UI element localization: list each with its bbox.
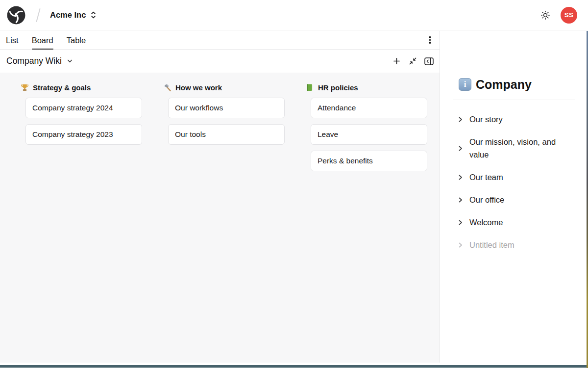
content-area: List Board Table Company Wiki	[0, 31, 588, 363]
column-header: HR policies	[306, 83, 427, 92]
tab-label: Table	[67, 36, 86, 45]
column-header: Strategy & goals	[21, 83, 142, 92]
list-item-welcome[interactable]: Welcome	[440, 211, 588, 234]
hammer-icon	[163, 83, 172, 92]
workspace-logo[interactable]	[7, 6, 25, 25]
green-book-icon	[306, 83, 314, 92]
collapse-icon	[409, 57, 417, 65]
trophy-icon	[21, 83, 29, 92]
card-title: Leave	[318, 130, 338, 139]
panel-right-icon	[424, 57, 434, 65]
card-title: Attendance	[318, 104, 356, 112]
list-item-label: Our mission, vision, and value	[469, 135, 575, 161]
card-title: Our tools	[175, 130, 206, 139]
column-header: How we work	[163, 83, 285, 92]
info-icon: i	[459, 78, 471, 91]
workspace-name: Acme Inc	[50, 10, 86, 20]
board-column-hr-policies: HR policies Attendance Leave Perks & ben…	[311, 83, 427, 363]
list-item-our-team[interactable]: Our team	[440, 166, 588, 188]
toolbar-actions	[390, 54, 436, 68]
list-item-our-mission[interactable]: Our mission, vision, and value	[440, 131, 588, 166]
avatar-initials: SS	[564, 11, 574, 19]
column-title: HR policies	[318, 83, 358, 92]
board-column-strategy: Strategy & goals Company strategy 2024 C…	[25, 83, 142, 363]
chevron-right-icon	[457, 174, 464, 181]
swirl-logo-icon	[7, 6, 25, 25]
tabs-overflow-button[interactable]	[426, 34, 434, 46]
board-column-how-we-work: How we work Our workflows Our tools	[168, 83, 285, 363]
column-title: How we work	[175, 83, 222, 92]
detail-panel: i Company Our story Our mission, vision,…	[440, 31, 588, 363]
avatar[interactable]: SS	[561, 7, 577, 24]
workspace-switcher[interactable]: Acme Inc	[50, 10, 97, 20]
collapse-button[interactable]	[406, 54, 419, 68]
plus-icon	[392, 57, 401, 65]
card-title: Company strategy 2024	[32, 104, 113, 112]
list-item-label: Untitled item	[469, 238, 514, 251]
detail-panel-header: i Company	[459, 77, 575, 92]
tab-label: Board	[32, 36, 53, 45]
card[interactable]: Leave	[311, 124, 427, 145]
chevron-right-icon	[457, 116, 464, 123]
page-title-dropdown[interactable]: Company Wiki	[6, 56, 73, 66]
card[interactable]: Our tools	[168, 124, 285, 145]
app-window: Acme Inc SS List	[0, 0, 588, 368]
list-item-untitled[interactable]: Untitled item	[440, 234, 588, 256]
tab-board[interactable]: Board	[32, 31, 53, 50]
main-panel: List Board Table Company Wiki	[0, 31, 440, 363]
list-item-label: Our team	[469, 171, 503, 184]
board-toolbar: Company Wiki	[0, 50, 440, 73]
list-item-label: Our office	[469, 193, 504, 206]
chevron-down-icon	[67, 58, 73, 64]
breadcrumb-separator	[33, 7, 43, 24]
list-item-our-story[interactable]: Our story	[440, 108, 588, 131]
add-button[interactable]	[390, 54, 403, 68]
card[interactable]: Company strategy 2024	[25, 98, 142, 118]
chevron-right-icon	[457, 197, 464, 203]
card[interactable]: Attendance	[311, 98, 427, 118]
card-title: Our workflows	[175, 104, 223, 112]
card-title: Perks & benefits	[318, 157, 373, 165]
toggle-right-panel-button[interactable]	[422, 54, 436, 68]
list-item-label: Our story	[469, 113, 503, 126]
sun-icon	[540, 10, 551, 21]
tab-table[interactable]: Table	[67, 31, 86, 50]
view-tabs: List Board Table	[0, 31, 440, 50]
unfold-more-icon	[90, 11, 97, 19]
card-title: Company strategy 2023	[32, 130, 113, 139]
card[interactable]: Company strategy 2023	[25, 124, 142, 145]
page-title: Company Wiki	[6, 56, 62, 66]
list-item-our-office[interactable]: Our office	[440, 188, 588, 211]
board-view: Strategy & goals Company strategy 2024 C…	[0, 73, 440, 363]
detail-item-list: Our story Our mission, vision, and value…	[440, 108, 588, 256]
tab-label: List	[6, 36, 19, 45]
top-bar: Acme Inc SS	[0, 0, 588, 30]
chevron-right-icon	[457, 242, 464, 248]
column-title: Strategy & goals	[33, 83, 91, 92]
list-item-label: Welcome	[469, 216, 503, 229]
tab-list[interactable]: List	[6, 31, 19, 50]
divider	[453, 100, 575, 100]
chevron-right-icon	[457, 145, 464, 152]
detail-panel-title: Company	[476, 78, 532, 92]
bottom-edge-bar	[0, 363, 588, 368]
theme-toggle-button[interactable]	[539, 8, 552, 22]
chevron-right-icon	[457, 219, 464, 226]
card[interactable]: Our workflows	[168, 98, 285, 118]
card[interactable]: Perks & benefits	[311, 151, 427, 171]
